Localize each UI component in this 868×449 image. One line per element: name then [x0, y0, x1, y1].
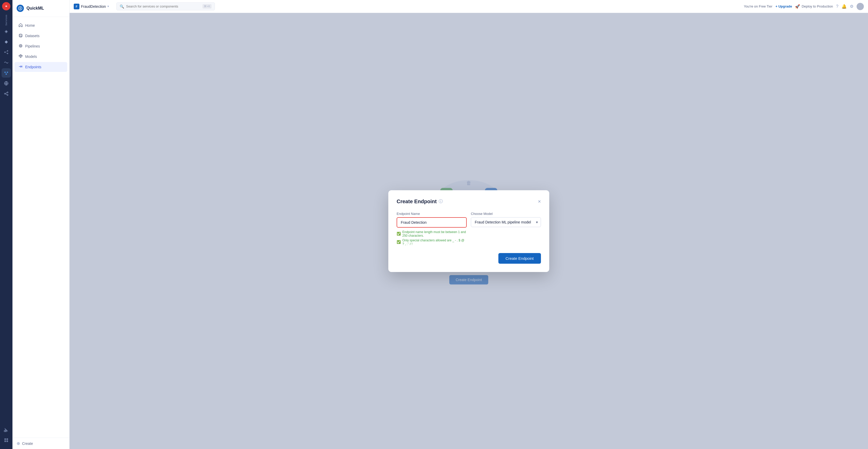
- tier-text: You're on Free Tier: [744, 4, 773, 8]
- endpoints-icon: [19, 65, 23, 69]
- sidebar-footer: ⊕ Create: [12, 438, 69, 449]
- rail-icon-scissors[interactable]: [2, 425, 11, 435]
- search-input[interactable]: [126, 4, 200, 8]
- svg-rect-20: [4, 441, 6, 442]
- svg-point-25: [20, 45, 21, 46]
- check-icon-2: ✅: [397, 240, 401, 244]
- upgrade-button[interactable]: + Upgrade: [775, 4, 792, 8]
- svg-point-13: [7, 94, 8, 96]
- svg-point-17: [5, 430, 7, 432]
- svg-rect-21: [6, 441, 8, 442]
- svg-rect-29: [20, 57, 21, 58]
- modal-header: Create Endpoint ⓘ ×: [397, 198, 541, 204]
- search-shortcut: ⌘+K: [203, 4, 212, 8]
- deploy-button[interactable]: 🚀 Deploy to Production: [795, 4, 833, 9]
- models-icon: [19, 54, 23, 59]
- modal-close-button[interactable]: ×: [538, 198, 541, 204]
- search-box: 🔍 ⌘+K: [116, 2, 215, 10]
- svg-line-5: [5, 52, 7, 54]
- svg-rect-7: [7, 72, 8, 73]
- datasets-icon: [19, 33, 23, 38]
- sidebar-logo: [17, 5, 24, 12]
- svg-rect-27: [20, 55, 21, 56]
- svg-point-11: [7, 92, 8, 93]
- search-icon: 🔍: [120, 4, 124, 8]
- svg-rect-18: [4, 438, 6, 440]
- validation-list: ✅ Endpoint name length must be between 1…: [397, 230, 467, 246]
- svg-line-4: [5, 51, 7, 52]
- create-plus-icon: ⊕: [17, 441, 20, 446]
- model-select[interactable]: Fraud Detection ML pipeline model Credit…: [471, 217, 541, 227]
- validation-item-chars: ✅ Only special characters allowed are _ …: [397, 238, 467, 246]
- endpoint-name-group: Endpoint Name ✅ Endpoint name length mus…: [397, 212, 467, 246]
- rocket-icon: 🚀: [795, 4, 800, 9]
- modal-footer: Create Endpoint: [397, 253, 541, 264]
- pipelines-icon: [19, 44, 23, 49]
- rail-icon-globe[interactable]: [2, 78, 11, 88]
- endpoint-name-input[interactable]: [397, 217, 467, 228]
- sidebar-title: QuickML: [27, 6, 44, 11]
- create-endpoint-modal: Create Endpoint ⓘ × Endpoint Name: [388, 190, 549, 272]
- choose-model-label: Choose Model: [471, 212, 541, 216]
- modal-overlay[interactable]: Create Endpoint ⓘ × Endpoint Name: [69, 13, 868, 449]
- svg-rect-8: [6, 73, 7, 75]
- sidebar-item-models[interactable]: Models: [14, 52, 67, 62]
- sidebar-nav: Home Datasets: [12, 17, 69, 438]
- check-icon-1: ✅: [397, 232, 401, 236]
- topbar-right: You're on Free Tier + Upgrade 🚀 Deploy t…: [744, 3, 864, 10]
- sidebar: QuickML Home Datasets: [12, 0, 69, 449]
- home-icon: [19, 23, 23, 28]
- svg-point-24: [19, 44, 22, 47]
- project-chevron-icon: ▾: [107, 5, 109, 8]
- sidebar-item-endpoints[interactable]: Endpoints: [14, 62, 67, 72]
- modal-title: Create Endpoint: [397, 198, 437, 204]
- rail-icon-wave[interactable]: [2, 58, 11, 67]
- rail-icon-nodes[interactable]: [2, 47, 11, 57]
- user-avatar[interactable]: [857, 3, 864, 10]
- svg-line-15: [5, 94, 7, 95]
- svg-rect-6: [4, 72, 6, 73]
- project-name: FraudDetection: [81, 4, 106, 8]
- sidebar-header: QuickML: [12, 0, 69, 17]
- svg-point-12: [4, 93, 5, 94]
- choose-model-group: Choose Model Fraud Detection ML pipeline…: [471, 212, 541, 246]
- project-selector[interactable]: F FraudDetection ▾: [74, 4, 109, 9]
- sidebar-item-home[interactable]: Home: [14, 21, 67, 30]
- svg-point-23: [19, 34, 22, 35]
- topbar: F FraudDetection ▾ 🔍 ⌘+K You're on Free …: [69, 0, 868, 13]
- sidebar-item-datasets[interactable]: Datasets: [14, 31, 67, 41]
- content-area: 🗑: [69, 13, 868, 449]
- rail-icon-grid[interactable]: [2, 436, 11, 445]
- rail-logo[interactable]: [2, 2, 10, 10]
- sidebar-item-pipelines[interactable]: Pipelines: [14, 41, 67, 51]
- help-icon[interactable]: ?: [836, 4, 838, 9]
- icon-rail: Services ◈ ◆: [0, 0, 12, 449]
- create-button[interactable]: ⊕ Create: [17, 441, 65, 446]
- modal-body: Endpoint Name ✅ Endpoint name length mus…: [397, 212, 541, 246]
- rail-icon-endpoint[interactable]: [2, 68, 11, 77]
- project-badge: F: [74, 4, 80, 9]
- notifications-icon[interactable]: 🔔: [841, 4, 847, 9]
- model-select-wrap: Fraud Detection ML pipeline model Credit…: [471, 217, 541, 227]
- rail-icon-diamond[interactable]: ◆: [2, 37, 11, 46]
- rail-icon-share[interactable]: [2, 89, 11, 98]
- create-endpoint-submit-button[interactable]: Create Endpoint: [498, 253, 541, 264]
- validation-item-length: ✅ Endpoint name length must be between 1…: [397, 230, 467, 237]
- settings-icon[interactable]: ⚙: [850, 4, 854, 9]
- services-label: Services: [5, 14, 7, 26]
- svg-rect-19: [6, 438, 8, 440]
- svg-rect-26: [19, 55, 20, 56]
- modal-help-icon[interactable]: ⓘ: [439, 199, 443, 204]
- rail-icon-layers[interactable]: ◈: [2, 27, 11, 36]
- svg-rect-28: [21, 55, 22, 56]
- svg-line-14: [5, 93, 7, 93]
- endpoint-name-label: Endpoint Name: [397, 212, 467, 216]
